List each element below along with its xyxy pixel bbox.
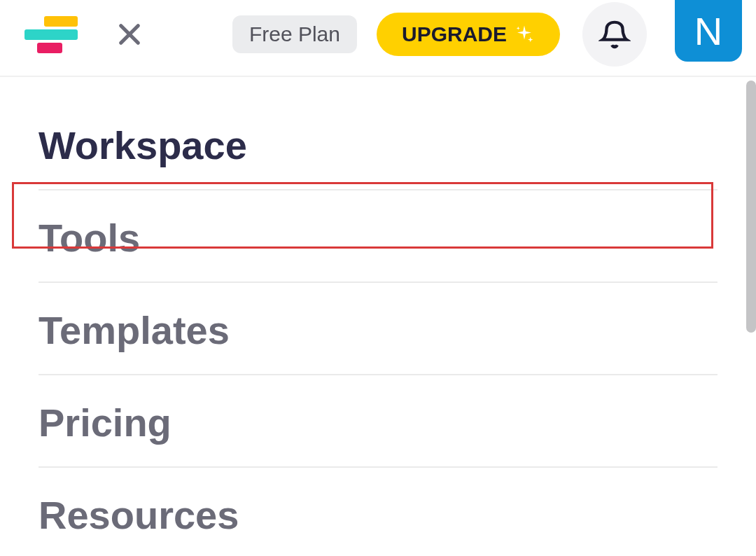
menu-item-resources[interactable]: Resources	[38, 468, 718, 556]
upgrade-label: UPGRADE	[402, 22, 507, 46]
avatar-initial: N	[694, 8, 722, 54]
menu-item-workspace[interactable]: Workspace	[38, 98, 718, 190]
bell-icon	[598, 18, 631, 50]
vertical-scrollbar[interactable]	[746, 81, 756, 333]
notifications-button[interactable]	[582, 2, 647, 67]
menu-item-templates[interactable]: Templates	[38, 283, 718, 375]
close-icon	[115, 20, 144, 49]
user-avatar[interactable]: N	[675, 0, 742, 62]
main-menu: Workspace Tools Templates Pricing Resour…	[0, 98, 756, 556]
header: Free Plan UPGRADE N	[0, 0, 756, 77]
sparkle-icon	[514, 24, 535, 45]
plan-badge: Free Plan	[232, 15, 357, 53]
menu-item-tools[interactable]: Tools	[38, 190, 718, 283]
menu-item-pricing[interactable]: Pricing	[38, 375, 718, 468]
close-menu-button[interactable]	[113, 18, 146, 51]
brand-logo[interactable]	[24, 16, 78, 53]
upgrade-button[interactable]: UPGRADE	[377, 13, 560, 56]
